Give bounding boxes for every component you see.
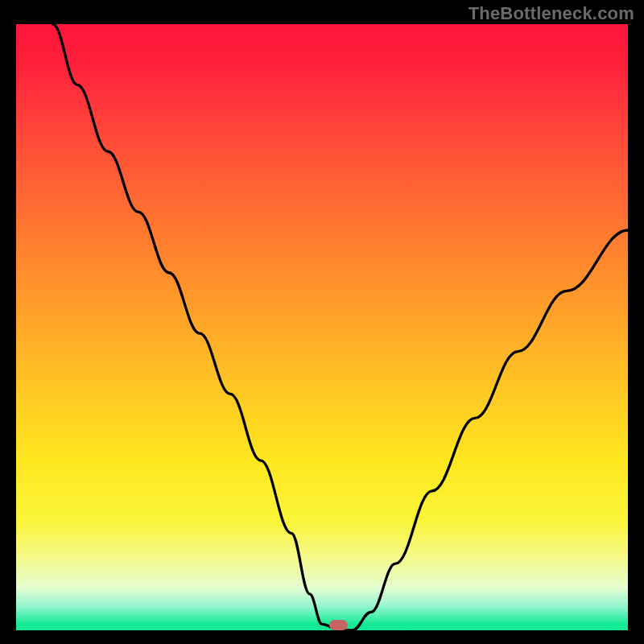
watermark-text: TheBottleneck.com	[469, 3, 634, 24]
chart-frame: TheBottleneck.com	[0, 0, 644, 644]
optimum-marker	[329, 620, 348, 630]
bottleneck-curve	[16, 24, 628, 630]
plot-area	[16, 24, 628, 630]
